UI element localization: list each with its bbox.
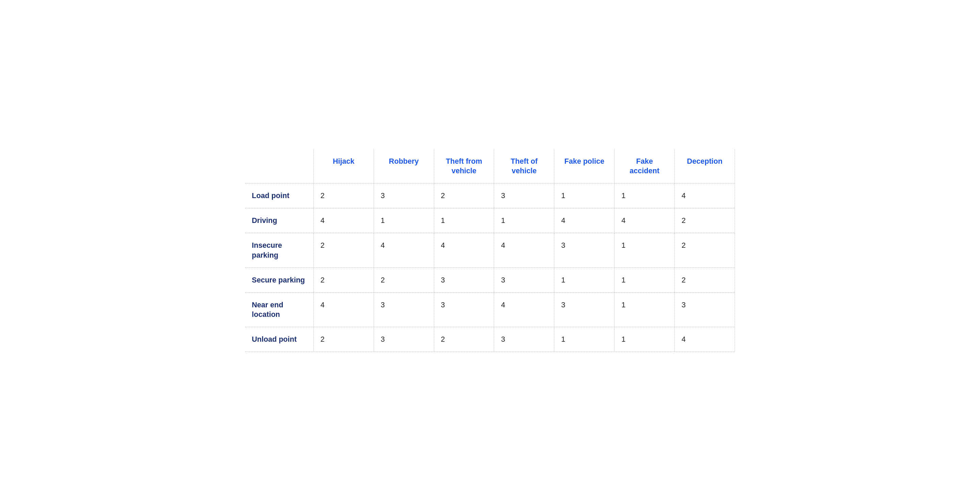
row-label: Near end location — [245, 293, 313, 327]
cell-value: 3 — [554, 293, 614, 327]
cell-value: 1 — [554, 267, 614, 293]
risk-table: Hijack Robbery Theft from vehicle Theft … — [245, 149, 735, 352]
header-fake-police: Fake police — [554, 149, 614, 183]
cell-value: 4 — [554, 208, 614, 233]
cell-value: 3 — [434, 267, 494, 293]
header-theft-from-vehicle: Theft from vehicle — [434, 149, 494, 183]
cell-value: 4 — [494, 293, 554, 327]
cell-value: 1 — [434, 208, 494, 233]
cell-value: 2 — [313, 327, 374, 351]
table-row: Secure parking2233112 — [245, 267, 735, 293]
cell-value: 2 — [675, 267, 735, 293]
cell-value: 3 — [554, 233, 614, 267]
cell-value: 1 — [494, 208, 554, 233]
table-container: Hijack Robbery Theft from vehicle Theft … — [245, 149, 735, 352]
header-deception: Deception — [675, 149, 735, 183]
cell-value: 1 — [374, 208, 434, 233]
header-row: Hijack Robbery Theft from vehicle Theft … — [245, 149, 735, 183]
cell-value: 1 — [614, 183, 675, 208]
row-label: Load point — [245, 183, 313, 208]
cell-value: 3 — [374, 183, 434, 208]
header-hijack: Hijack — [313, 149, 374, 183]
header-empty — [245, 149, 313, 183]
cell-value: 3 — [434, 293, 494, 327]
row-label: Unload point — [245, 327, 313, 351]
cell-value: 4 — [374, 233, 434, 267]
table-row: Insecure parking2444312 — [245, 233, 735, 267]
cell-value: 4 — [614, 208, 675, 233]
cell-value: 4 — [313, 208, 374, 233]
cell-value: 1 — [554, 183, 614, 208]
cell-value: 3 — [494, 327, 554, 351]
header-theft-of-vehicle: Theft of vehicle — [494, 149, 554, 183]
cell-value: 2 — [313, 233, 374, 267]
cell-value: 3 — [494, 183, 554, 208]
table-row: Driving4111442 — [245, 208, 735, 233]
cell-value: 3 — [675, 293, 735, 327]
cell-value: 3 — [494, 267, 554, 293]
row-label: Insecure parking — [245, 233, 313, 267]
cell-value: 1 — [614, 293, 675, 327]
cell-value: 2 — [434, 327, 494, 351]
cell-value: 1 — [614, 267, 675, 293]
cell-value: 1 — [614, 327, 675, 351]
cell-value: 3 — [374, 327, 434, 351]
header-robbery: Robbery — [374, 149, 434, 183]
cell-value: 3 — [374, 293, 434, 327]
cell-value: 2 — [374, 267, 434, 293]
cell-value: 2 — [313, 183, 374, 208]
cell-value: 2 — [313, 267, 374, 293]
row-label: Secure parking — [245, 267, 313, 293]
table-row: Unload point2323114 — [245, 327, 735, 351]
cell-value: 4 — [494, 233, 554, 267]
row-label: Driving — [245, 208, 313, 233]
cell-value: 2 — [675, 208, 735, 233]
header-fake-accident: Fake accident — [614, 149, 675, 183]
table-row: Near end location4334313 — [245, 293, 735, 327]
cell-value: 1 — [614, 233, 675, 267]
cell-value: 2 — [675, 233, 735, 267]
cell-value: 4 — [434, 233, 494, 267]
cell-value: 4 — [675, 183, 735, 208]
cell-value: 1 — [554, 327, 614, 351]
table-row: Load point2323114 — [245, 183, 735, 208]
cell-value: 2 — [434, 183, 494, 208]
cell-value: 4 — [675, 327, 735, 351]
cell-value: 4 — [313, 293, 374, 327]
